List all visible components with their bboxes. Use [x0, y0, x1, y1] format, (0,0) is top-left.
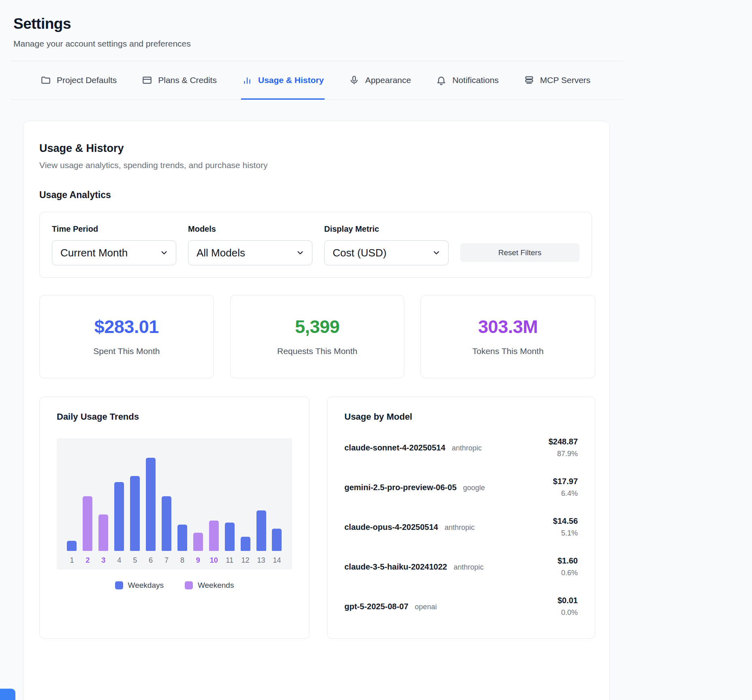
- bar-cell-day-5: [127, 452, 143, 551]
- legend-item-weekdays: Weekdays: [115, 581, 164, 590]
- tab-appearance[interactable]: Appearance: [348, 61, 412, 100]
- model-list: claude-sonnet-4-20250514 anthropic $248.…: [344, 428, 578, 626]
- section-subtitle: View usage analytics, spending trends, a…: [39, 160, 594, 170]
- tab-label: Notifications: [452, 75, 498, 85]
- page-title: Settings: [13, 15, 611, 32]
- models-value: All Models: [197, 247, 245, 259]
- model-percent: 5.1%: [553, 529, 578, 538]
- tab-mcp-servers[interactable]: MCP Servers: [523, 61, 591, 100]
- bar-day-1: [67, 541, 77, 551]
- legend-label: Weekends: [198, 581, 234, 590]
- models-label: Models: [188, 224, 312, 234]
- credit-card-icon: [142, 75, 152, 85]
- tab-usage-history[interactable]: Usage & History: [241, 61, 325, 100]
- model-cost: $14.56: [553, 516, 578, 526]
- weekdays-swatch: [115, 581, 123, 589]
- display-metric-select[interactable]: Cost (USD): [324, 240, 449, 265]
- tab-label: Usage & History: [258, 75, 324, 85]
- display-metric-label: Display Metric: [324, 224, 449, 234]
- stat-value-spent: $283.01: [44, 316, 209, 337]
- floating-widget-button[interactable]: [0, 689, 15, 700]
- time-period-select[interactable]: Current Month: [52, 240, 176, 265]
- model-percent: 0.0%: [558, 608, 578, 617]
- x-label-day-9: 9: [190, 556, 206, 565]
- bar-cell-day-13: [253, 452, 269, 551]
- bar-day-2: [83, 496, 92, 551]
- time-period-label: Time Period: [52, 224, 176, 234]
- section-title: Usage & History: [39, 142, 594, 155]
- bar-day-4: [114, 482, 124, 551]
- model-cost: $248.87: [549, 437, 578, 446]
- chart-title: Daily Usage Trends: [57, 412, 292, 422]
- stat-value-tokens: 303.3M: [425, 316, 591, 337]
- tab-project-defaults[interactable]: Project Defaults: [40, 61, 118, 100]
- model-provider: google: [463, 484, 485, 492]
- tab-label: Project Defaults: [57, 75, 117, 85]
- bar-cell-day-7: [159, 452, 175, 551]
- bar-cell-day-9: [190, 452, 206, 551]
- model-percent: 6.4%: [553, 489, 578, 498]
- model-row: claude-opus-4-20250514 anthropic $14.56 …: [344, 507, 578, 547]
- reset-filters-button[interactable]: Reset Filters: [460, 243, 579, 262]
- usage-by-model-title: Usage by Model: [344, 412, 578, 422]
- tab-plans-credits[interactable]: Plans & Credits: [141, 61, 218, 100]
- usage-analytics-heading: Usage Analytics: [39, 190, 594, 201]
- model-name: claude-sonnet-4-20250514: [344, 443, 445, 452]
- x-label-day-2: 2: [80, 556, 96, 565]
- bar-day-12: [241, 537, 250, 551]
- model-cost: $17.97: [553, 477, 578, 486]
- bar-day-9: [193, 533, 203, 551]
- model-row: gpt-5-2025-08-07 openai $0.01 0.0%: [344, 587, 578, 626]
- model-name: gpt-5-2025-08-07: [344, 602, 408, 611]
- stat-value-requests: 5,399: [235, 316, 400, 337]
- chevron-down-icon: [296, 248, 305, 257]
- bar-cell-day-1: [64, 452, 80, 551]
- server-stack-icon: [524, 75, 534, 85]
- page-column: Settings Manage your account settings an…: [0, 0, 623, 700]
- stat-label-spent: Spent This Month: [44, 346, 209, 356]
- x-label-day-1: 1: [64, 556, 80, 565]
- time-period-group: Time Period Current Month: [52, 224, 176, 265]
- bar-cell-day-11: [222, 452, 237, 551]
- stat-label-requests: Requests This Month: [235, 346, 400, 356]
- usage-by-model-card: Usage by Model claude-sonnet-4-20250514 …: [327, 397, 595, 639]
- model-cost: $0.01: [558, 596, 578, 605]
- stat-card-requests: 5,399 Requests This Month: [230, 295, 405, 378]
- x-label-day-8: 8: [174, 556, 190, 565]
- bar-day-8: [177, 525, 187, 551]
- tab-label: MCP Servers: [540, 75, 590, 85]
- legend-label: Weekdays: [128, 581, 164, 590]
- legend-item-weekends: Weekends: [185, 581, 234, 590]
- bar-day-5: [130, 476, 140, 551]
- bar-cell-day-4: [111, 452, 127, 551]
- model-name: gemini-2.5-pro-preview-06-05: [344, 483, 457, 492]
- usage-history-panel: Usage & History View usage analytics, sp…: [23, 121, 610, 700]
- page-subtitle: Manage your account settings and prefere…: [13, 39, 611, 49]
- bell-icon: [436, 75, 446, 85]
- model-name: claude-3-5-haiku-20241022: [344, 562, 447, 572]
- bar-cell-day-12: [237, 452, 253, 551]
- page-header: Settings Manage your account settings an…: [0, 0, 623, 49]
- filter-bar: Time Period Current Month Models All Mod…: [39, 212, 592, 278]
- bar-day-3: [98, 514, 108, 551]
- tab-bar: Project Defaults Plans & Credits Usage &…: [11, 61, 623, 100]
- x-label-day-4: 4: [111, 556, 127, 565]
- bottom-row: Daily Usage Trends 1234567891011121314 W…: [39, 397, 595, 639]
- x-label-day-6: 6: [143, 556, 159, 565]
- tab-notifications[interactable]: Notifications: [435, 61, 499, 100]
- x-label-day-14: 14: [269, 556, 285, 565]
- bar-chart: 1234567891011121314: [57, 438, 292, 570]
- x-label-day-13: 13: [253, 556, 269, 565]
- display-metric-group: Display Metric Cost (USD): [324, 224, 449, 265]
- model-cost: $1.60: [558, 556, 578, 566]
- bar-chart-icon: [242, 75, 252, 85]
- daily-usage-trends-card: Daily Usage Trends 1234567891011121314 W…: [39, 397, 310, 639]
- tab-label: Appearance: [365, 75, 411, 85]
- x-label-day-5: 5: [127, 556, 143, 565]
- models-select[interactable]: All Models: [188, 240, 312, 265]
- x-labels: 1234567891011121314: [64, 551, 285, 570]
- bar-cell-day-10: [206, 452, 222, 551]
- x-label-day-7: 7: [159, 556, 175, 565]
- folder-icon: [41, 75, 51, 85]
- bar-cell-day-2: [80, 452, 96, 551]
